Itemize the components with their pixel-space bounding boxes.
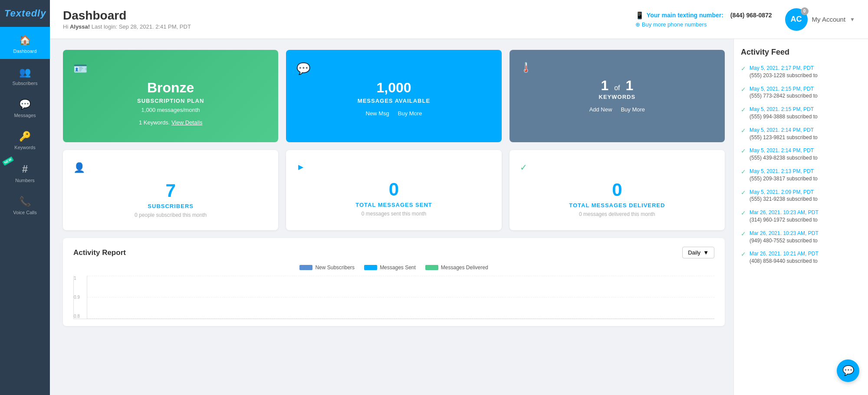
feed-date: May 5, 2021. 2:17 PM, PDT	[750, 65, 818, 72]
messages-delivered-sublabel: 0 messages delivered this month	[579, 211, 655, 217]
sidebar-label-voice-calls: Voice Calls	[13, 210, 36, 215]
messages-delivered-label: TOTAL MESSAGES DELIVERED	[569, 202, 665, 209]
grid-line-1	[87, 276, 714, 276]
chart-y-axis: 1 0.9 0.8	[74, 276, 80, 319]
top-cards: 🪪 Bronze SUBSCRIPTION PLAN 1,000 message…	[63, 50, 725, 142]
texting-number-area: 📱 Your main texting number: (844) 968-08…	[635, 11, 772, 28]
feed-description: (314) 960-1972 subscribed to	[750, 216, 819, 224]
feed-date: Mar 26, 2021. 10:23 AM, PDT	[750, 209, 819, 216]
new-msg-link[interactable]: New Msg	[366, 110, 389, 117]
account-area[interactable]: AC 0 My Account ▼	[785, 8, 855, 31]
daily-dropdown[interactable]: Daily ▼	[682, 247, 714, 258]
messages-sent-count: 0	[389, 179, 399, 200]
buy-more-msg-link[interactable]: Buy More	[398, 110, 422, 117]
feed-description: (408) 858-9440 subscribed to	[750, 258, 819, 265]
sidebar-label-messages: Messages	[14, 113, 36, 118]
feed-item: ✓ Mar 26, 2021. 10:23 AM, PDT (314) 960-…	[741, 209, 861, 224]
grid-line-3	[87, 318, 714, 319]
feed-item: ✓ May 5, 2021. 2:14 PM, PDT (555) 123-98…	[741, 127, 861, 141]
feed-text: Mar 26, 2021. 10:21 AM, PDT (408) 858-94…	[750, 250, 819, 265]
feed-description: (555) 773-2842 subscribed to	[750, 92, 818, 100]
feed-description: (555) 439-8238 subscribed to	[750, 154, 818, 162]
avatar-initials: AC	[791, 15, 802, 24]
keywords-card: 🌡️ 1 of 1 KEYWORDS Add New Buy More	[510, 50, 725, 142]
chat-icon: 💬	[842, 365, 854, 376]
page-title: Dashboard	[63, 9, 191, 23]
header-right: 📱 Your main texting number: (844) 968-08…	[635, 8, 855, 31]
logo-text: Textedly	[4, 8, 46, 19]
activity-feed: Activity Feed ✓ May 5, 2021. 2:17 PM, PD…	[733, 39, 868, 395]
feed-item: ✓ Mar 26, 2021. 10:23 AM, PDT (949) 480-…	[741, 230, 861, 245]
feed-description: (949) 480-7552 subscribed to	[750, 237, 819, 245]
feed-description: (555) 209-3817 subscribed to	[750, 175, 818, 183]
feed-text: May 5, 2021. 2:17 PM, PDT (555) 203-1228…	[750, 65, 818, 79]
feed-date: May 5, 2021. 2:09 PM, PDT	[750, 189, 818, 196]
subscribers-count: 7	[165, 180, 175, 201]
main-content: Dashboard Hi Alyssa! Last login: Sep 28,…	[50, 0, 868, 395]
header: Dashboard Hi Alyssa! Last login: Sep 28,…	[50, 0, 868, 39]
messages-sent-label: TOTAL MESSAGES SENT	[355, 202, 432, 208]
feed-check-icon: ✓	[741, 209, 746, 216]
buy-more-keywords-link[interactable]: Buy More	[621, 106, 645, 113]
legend-label-messages-delivered: Messages Delivered	[441, 264, 488, 271]
new-badge: NEW	[2, 157, 14, 166]
legend-color-messages-delivered	[425, 265, 438, 270]
feed-item: ✓ May 5, 2021. 2:15 PM, PDT (555) 994-38…	[741, 106, 861, 121]
phone-number: (844) 968-0872	[730, 12, 772, 19]
home-icon: 🏠	[19, 35, 31, 46]
feed-text: May 5, 2021. 2:15 PM, PDT (555) 773-2842…	[750, 85, 818, 100]
subscriber-stat-icon: 👤	[73, 162, 85, 173]
chart-legend: New Subscribers Messages Sent Messages D…	[73, 264, 714, 271]
feed-text: May 5, 2021. 2:14 PM, PDT (555) 123-9821…	[750, 127, 818, 141]
phone-icon: 📱	[635, 11, 644, 20]
messages-delivered-count: 0	[612, 180, 622, 200]
bottom-cards: 👤 7 SUBSCRIBERS 0 people subscribed this…	[63, 150, 725, 230]
legend-color-new-subscribers	[299, 265, 312, 270]
feed-item: ✓ May 5, 2021. 2:13 PM, PDT (555) 209-38…	[741, 168, 861, 183]
keywords-total: 1	[625, 78, 633, 93]
plan-messages: 1,000 messages/month	[141, 107, 200, 113]
last-login-date: Sep 28, 2021. 2:41 PM, PDT	[119, 23, 191, 30]
keywords-count: 1	[601, 78, 608, 93]
add-new-keyword-link[interactable]: Add New	[589, 106, 612, 113]
feed-text: Mar 26, 2021. 10:23 AM, PDT (949) 480-75…	[750, 230, 819, 245]
keywords-subtitle: KEYWORDS	[599, 94, 636, 100]
header-subtitle: Hi Alyssa! Last login: Sep 28, 2021. 2:4…	[63, 23, 191, 30]
username: Alyssa!	[70, 23, 90, 30]
texting-number-label: Your main texting number:	[647, 12, 723, 19]
subscribers-sublabel: 0 people subscribed this month	[135, 212, 207, 218]
feed-date: May 5, 2021. 2:15 PM, PDT	[750, 106, 818, 113]
sidebar-label-numbers: Numbers	[15, 178, 35, 183]
sidebar-item-messages[interactable]: 💬 Messages	[0, 91, 50, 123]
sidebar-item-keywords[interactable]: 🔑 Keywords	[0, 123, 50, 155]
sidebar-item-voice-calls[interactable]: 📞 Voice Calls	[0, 188, 50, 220]
greeting-text: Hi	[63, 23, 70, 30]
feed-list: ✓ May 5, 2021. 2:17 PM, PDT (555) 203-12…	[741, 65, 861, 265]
view-details-link[interactable]: View Details	[171, 119, 202, 126]
feed-check-icon: ✓	[741, 251, 746, 258]
activity-report-title: Activity Report	[73, 248, 126, 257]
buy-more-numbers[interactable]: ⊕ Buy more phone numbers	[635, 21, 772, 28]
feed-description: (555) 321-9238 subscribed to	[750, 196, 818, 203]
legend-messages-sent: Messages Sent	[364, 264, 416, 271]
header-left: Dashboard Hi Alyssa! Last login: Sep 28,…	[63, 9, 191, 30]
chat-button[interactable]: 💬	[837, 359, 859, 382]
feed-check-icon: ✓	[741, 106, 746, 113]
feed-text: Mar 26, 2021. 10:23 AM, PDT (314) 960-19…	[750, 209, 819, 224]
content-area: 🪪 Bronze SUBSCRIPTION PLAN 1,000 message…	[50, 39, 868, 395]
sidebar-item-dashboard[interactable]: 🏠 Dashboard	[0, 27, 50, 59]
sidebar-item-subscribers[interactable]: 👥 Subscribers	[0, 59, 50, 91]
sidebar-item-numbers[interactable]: NEW # Numbers	[0, 155, 50, 188]
keywords-of-text: of	[614, 84, 620, 91]
y-label-09: 0.9	[74, 295, 80, 300]
feed-check-icon: ✓	[741, 86, 746, 93]
feed-check-icon: ✓	[741, 230, 746, 237]
feed-date: May 5, 2021. 2:13 PM, PDT	[750, 168, 818, 175]
dropdown-chevron-icon: ▼	[703, 249, 709, 256]
account-label: My Account	[812, 16, 846, 23]
feed-check-icon: ✓	[741, 127, 746, 134]
messages-available-count: 1,000	[376, 80, 411, 96]
plan-subtitle: SUBSCRIPTION PLAN	[137, 98, 204, 104]
feed-text: May 5, 2021. 2:13 PM, PDT (555) 209-3817…	[750, 168, 818, 183]
plan-card: 🪪 Bronze SUBSCRIPTION PLAN 1,000 message…	[63, 50, 278, 142]
